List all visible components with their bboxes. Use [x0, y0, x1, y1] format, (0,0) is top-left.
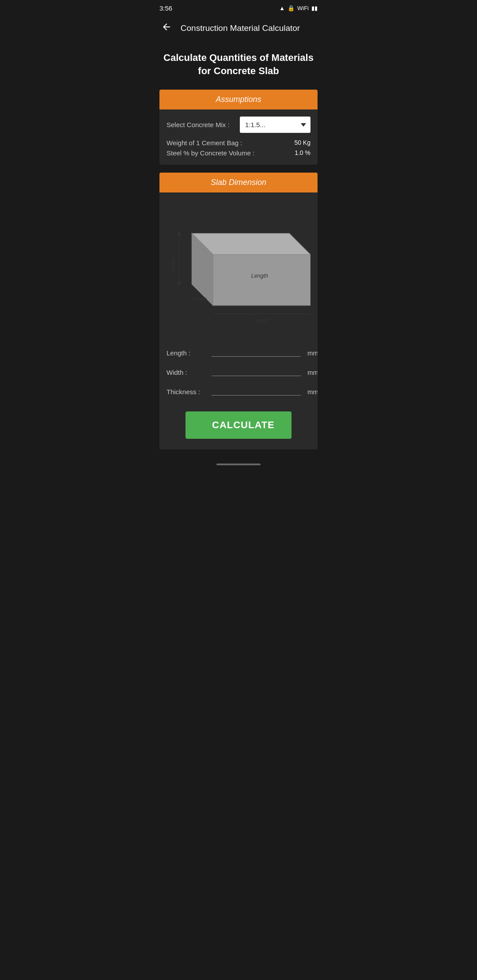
battery-icon: ▮▮	[311, 5, 318, 11]
assumptions-title: Assumptions	[216, 95, 261, 104]
width-input[interactable]	[212, 365, 301, 376]
back-icon	[161, 22, 172, 32]
inputs-section: Length : mm Width : mm Thickness : mm	[159, 338, 318, 403]
cement-bag-row: Weight of 1 Cement Bag : 50 Kg	[167, 139, 310, 147]
page-title: Construction Material Calculator	[179, 23, 302, 33]
cement-bag-label: Weight of 1 Cement Bag :	[167, 139, 242, 147]
signal-icon: ▲	[279, 5, 285, 11]
back-button[interactable]	[159, 20, 174, 37]
slab-diagram: Width Length Thickness Width Length	[167, 200, 310, 331]
slab-image-container: Width Length Thickness Width Length	[159, 192, 318, 338]
width-row: Width : mm	[167, 365, 310, 376]
info-rows: Weight of 1 Cement Bag : 50 Kg Steel % b…	[167, 139, 310, 157]
steel-row: Steel % by Concrete Volume : 1.0 %	[167, 149, 310, 157]
page-heading: Calculate Quantities of Materials for Co…	[159, 48, 318, 81]
main-content: Calculate Quantities of Materials for Co…	[152, 41, 325, 449]
slab-dimension-card: Slab Dimension Width Length Thick	[159, 173, 318, 449]
svg-text:Length: Length	[254, 317, 270, 324]
calculate-button[interactable]: CALCULATE	[186, 411, 292, 439]
svg-marker-2	[213, 255, 310, 305]
wifi-icon: WiFi	[297, 5, 309, 11]
thickness-unit: mm	[306, 388, 318, 396]
status-icons: ▲ 🔒 WiFi ▮▮	[279, 5, 318, 11]
concrete-mix-row: Select Concrete Mix : 1:1.5... 1:2:4 1:3…	[167, 117, 310, 133]
svg-text:Width: Width	[170, 259, 176, 271]
thickness-input[interactable]	[212, 384, 301, 396]
length-input[interactable]	[212, 345, 301, 357]
length-row: Length : mm	[167, 345, 310, 357]
width-label: Width :	[167, 369, 206, 376]
slab-dimension-header: Slab Dimension	[159, 173, 318, 192]
nav-bar	[152, 457, 325, 471]
lock-icon: 🔒	[288, 5, 295, 11]
svg-text:Width: Width	[193, 296, 207, 302]
assumptions-card: Assumptions Select Concrete Mix : 1:1.5.…	[159, 90, 318, 165]
width-unit: mm	[306, 369, 318, 376]
slab-dimension-title: Slab Dimension	[211, 178, 266, 187]
concrete-mix-dropdown[interactable]: 1:1.5... 1:2:4 1:3:6	[240, 117, 310, 133]
status-time: 3:56	[159, 4, 172, 12]
nav-indicator	[216, 464, 261, 465]
thickness-label: Thickness :	[167, 388, 206, 396]
top-bar: Construction Material Calculator	[152, 16, 325, 41]
calculate-button-container: CALCULATE	[159, 403, 318, 449]
steel-value: 1.0 %	[295, 149, 310, 157]
length-label: Length :	[167, 349, 206, 357]
steel-label: Steel % by Concrete Volume :	[167, 149, 254, 157]
assumptions-header: Assumptions	[159, 90, 318, 109]
assumptions-body: Select Concrete Mix : 1:1.5... 1:2:4 1:3…	[159, 109, 318, 165]
svg-text:Length: Length	[251, 273, 268, 279]
length-unit: mm	[306, 349, 318, 357]
concrete-mix-label: Select Concrete Mix :	[167, 121, 230, 128]
thickness-row: Thickness : mm	[167, 384, 310, 396]
cement-bag-value: 50 Kg	[294, 139, 310, 147]
status-bar: 3:56 ▲ 🔒 WiFi ▮▮	[152, 0, 325, 16]
